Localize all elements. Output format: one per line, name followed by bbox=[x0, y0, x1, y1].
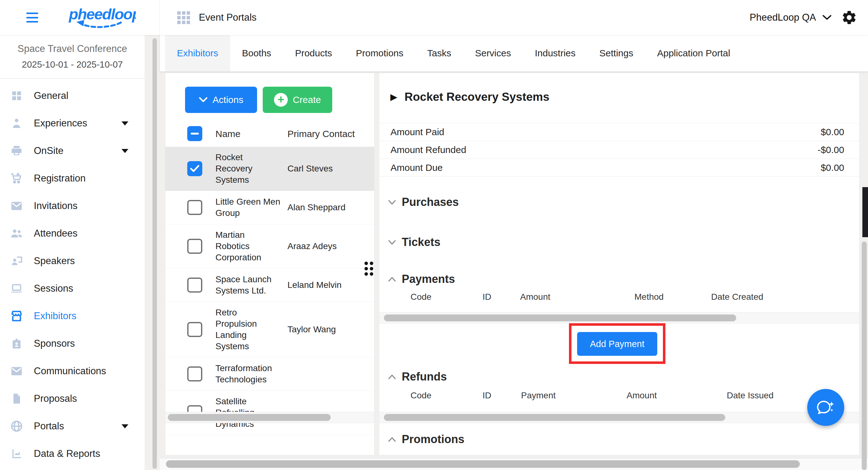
sidebar-item-proposals[interactable]: Proposals bbox=[0, 385, 145, 412]
sidebar-item-sessions[interactable]: Sessions bbox=[0, 275, 145, 302]
exhibitor-detail-panel: ▶ Rocket Recovery Systems Amount Paid $0… bbox=[379, 73, 860, 455]
plus-icon: + bbox=[274, 93, 288, 107]
sidebar-item-invitations[interactable]: Invitations bbox=[0, 192, 145, 220]
chevron-down-icon bbox=[122, 424, 128, 428]
table-row[interactable]: Space Launch Systems Ltd. Leland Melvin bbox=[165, 268, 374, 302]
sidebar-item-portals[interactable]: Portals bbox=[0, 412, 145, 440]
chevron-down-icon bbox=[388, 200, 396, 205]
tab-application-portal[interactable]: Application Portal bbox=[645, 35, 742, 71]
exhibitor-name: Little Green Men Group bbox=[215, 191, 281, 224]
sidebar-item-speakers[interactable]: Speakers bbox=[0, 247, 145, 275]
tab-promotions[interactable]: Promotions bbox=[344, 35, 415, 71]
section-promotions[interactable]: Promotions bbox=[388, 433, 464, 446]
top-bar: pheedloop Event Portals PheedLoop QA bbox=[0, 0, 868, 35]
create-button[interactable]: + Create bbox=[263, 87, 332, 113]
scrollbar-thumb[interactable] bbox=[166, 460, 800, 468]
chevron-down-icon bbox=[822, 15, 832, 20]
section-label: Payments bbox=[402, 273, 455, 286]
tab-industries[interactable]: Industries bbox=[523, 35, 587, 71]
table-row[interactable]: Rocket Recovery Systems Carl Steves bbox=[165, 147, 374, 191]
summary-label: Amount Refunded bbox=[391, 144, 466, 155]
sidebar-item-label: Experiences bbox=[34, 118, 87, 129]
actions-button[interactable]: Actions bbox=[185, 87, 257, 113]
sidebar-item-label: Proposals bbox=[34, 393, 77, 404]
sidebar-item-data-reports[interactable]: Data & Reports bbox=[0, 440, 145, 468]
bottom-horizontal-scrollbar bbox=[160, 458, 868, 470]
section-refunds[interactable]: Refunds bbox=[388, 370, 447, 383]
add-payment-button[interactable]: Add Payment bbox=[577, 332, 657, 356]
exhibitor-rows: Rocket Recovery Systems Carl Steves Litt… bbox=[165, 147, 374, 435]
summary-value: $0.00 bbox=[821, 127, 844, 137]
sidebar-item-onsite[interactable]: OnSite bbox=[0, 137, 145, 165]
triangle-right-icon: ▶ bbox=[391, 92, 397, 102]
sidebar-item-registration[interactable]: Registration bbox=[0, 165, 145, 192]
detail-title-row[interactable]: ▶ Rocket Recovery Systems bbox=[391, 91, 550, 104]
people-icon bbox=[9, 226, 24, 241]
summary-row-amount-due: Amount Due $0.00 bbox=[379, 159, 859, 176]
sidebar-item-label: General bbox=[34, 90, 68, 101]
gear-icon[interactable] bbox=[841, 9, 857, 26]
pheedloop-logo: pheedloop bbox=[67, 3, 136, 33]
row-checkbox[interactable] bbox=[187, 366, 202, 381]
tab-products[interactable]: Products bbox=[283, 35, 344, 71]
create-button-label: Create bbox=[293, 95, 321, 105]
detail-title: Rocket Recovery Systems bbox=[405, 91, 550, 104]
event-portals-nav[interactable]: Event Portals bbox=[177, 0, 256, 35]
tab-exhibitors[interactable]: Exhibitors bbox=[165, 35, 230, 71]
sidebar-item-general[interactable]: General bbox=[0, 82, 145, 109]
hamburger-menu-icon[interactable] bbox=[26, 12, 38, 23]
sidebar-item-sponsors[interactable]: Sponsors bbox=[0, 330, 145, 357]
primary-contact: Taylor Wang bbox=[287, 325, 336, 335]
summary-row-amount-refunded: Amount Refunded -$0.00 bbox=[379, 141, 859, 159]
row-checkbox[interactable] bbox=[187, 161, 202, 176]
select-all-checkbox[interactable] bbox=[187, 126, 202, 141]
sidebar-item-label: Portals bbox=[34, 421, 64, 432]
row-checkbox[interactable] bbox=[187, 277, 202, 293]
chat-support-button[interactable] bbox=[807, 389, 844, 426]
page-scrollbar-dark-thumb[interactable] bbox=[862, 187, 868, 237]
payments-horizontal-scrollbar bbox=[379, 312, 859, 324]
chart-icon bbox=[9, 446, 24, 461]
actions-button-label: Actions bbox=[213, 95, 243, 105]
tab-services[interactable]: Services bbox=[463, 35, 523, 71]
tab-tasks[interactable]: Tasks bbox=[415, 35, 463, 71]
sidebar-item-label: Speakers bbox=[34, 255, 75, 267]
sidebar-item-label: Data & Reports bbox=[34, 448, 100, 459]
table-row[interactable]: Retro Propulsion Landing Systems Taylor … bbox=[165, 302, 374, 357]
refunds-column-amount: Amount bbox=[627, 391, 657, 401]
chevron-down-icon bbox=[122, 149, 128, 153]
scrollbar-thumb[interactable] bbox=[384, 314, 736, 322]
section-purchases[interactable]: Purchases bbox=[388, 196, 459, 209]
sidebar-item-label: Invitations bbox=[34, 200, 78, 211]
sidebar-item-attendees[interactable]: Attendees bbox=[0, 220, 145, 247]
table-row[interactable]: Martian Robotics Corporation Araaz Adeys bbox=[165, 224, 374, 268]
row-checkbox[interactable] bbox=[187, 239, 202, 254]
scrollbar-thumb[interactable] bbox=[168, 414, 331, 421]
tab-bar: Exhibitors Booths Products Promotions Ta… bbox=[160, 35, 868, 71]
event-name: Space Travel Conference bbox=[0, 43, 145, 55]
sidebar-item-exhibitors[interactable]: Exhibitors bbox=[0, 302, 145, 330]
section-payments[interactable]: Payments bbox=[388, 273, 455, 286]
scrollbar-thumb[interactable] bbox=[384, 414, 725, 421]
detail-vertical-scrollbar[interactable] bbox=[862, 242, 867, 470]
sidebar-scrollbar[interactable] bbox=[153, 38, 157, 469]
sidebar-item-experiences[interactable]: Experiences bbox=[0, 109, 145, 137]
storefront-icon bbox=[9, 309, 24, 323]
payments-column-date-created: Date Created bbox=[711, 292, 764, 302]
chevron-up-icon bbox=[388, 437, 396, 442]
exhibitor-name: Terraformation Technologies bbox=[215, 358, 281, 390]
table-row[interactable]: Little Green Men Group Alan Sheppard bbox=[165, 191, 374, 224]
tab-settings[interactable]: Settings bbox=[587, 35, 645, 71]
sidebar-item-communications[interactable]: Communications bbox=[0, 357, 145, 385]
tab-booths[interactable]: Booths bbox=[230, 35, 283, 71]
presenter-icon bbox=[9, 254, 24, 268]
printer-icon bbox=[9, 144, 24, 158]
row-checkbox[interactable] bbox=[187, 200, 202, 215]
primary-contact: Carl Steves bbox=[287, 164, 333, 174]
payments-column-code: Code bbox=[410, 292, 432, 302]
account-dropdown[interactable]: PheedLoop QA bbox=[750, 12, 832, 23]
section-tickets[interactable]: Tickets bbox=[388, 236, 440, 249]
panel-drag-handle-icon[interactable] bbox=[365, 262, 373, 276]
table-row[interactable]: Terraformation Technologies bbox=[165, 357, 374, 391]
row-checkbox[interactable] bbox=[187, 322, 202, 337]
